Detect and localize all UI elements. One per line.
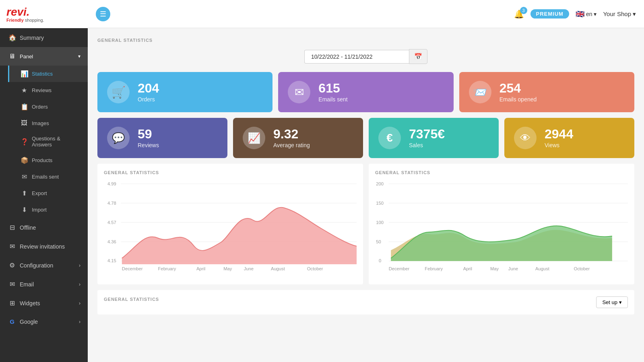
left-chart-card: GENERAL STATISTICS 4.99 4.78 4.57 4.36 4… (97, 164, 363, 284)
bottom-section: GENERAL STATISTICS Set up ▾ (97, 290, 634, 315)
notification-badge: 3 (520, 7, 527, 14)
sidebar-item-google[interactable]: G Google › (0, 313, 88, 331)
emails-sent-value: 615 (318, 82, 347, 95)
sidebar-item-orders[interactable]: 📋 Orders (8, 99, 88, 115)
svg-text:February: February (158, 267, 177, 271)
language-selector[interactable]: 🇬🇧 en ▾ (576, 10, 597, 19)
svg-text:October: October (307, 267, 323, 271)
sidebar-item-offline[interactable]: ⊟ Offline (0, 218, 88, 237)
header: ☰ 🔔 3 PREMIUM 🇬🇧 en ▾ Your Shop ▾ (88, 0, 644, 28)
reviews-label: Reviews (138, 142, 159, 148)
sidebar-item-import[interactable]: ⬇ Import (8, 202, 88, 218)
flag-icon: 🇬🇧 (576, 10, 584, 19)
avg-rating-label: Average rating (273, 142, 310, 148)
date-input-wrap: 📅 (304, 49, 427, 64)
sidebar-item-summary[interactable]: 🏠 Summary (0, 28, 88, 47)
sidebar-item-products[interactable]: 📦 Products (8, 152, 88, 169)
stat-card-views: 👁 2944 Views (504, 118, 634, 158)
sidebar-item-configuration[interactable]: ⚙ Configuration › (0, 256, 88, 275)
svg-text:4.15: 4.15 (107, 259, 116, 263)
sidebar-item-images[interactable]: 🖼 Images (8, 115, 88, 131)
google-icon: G (8, 318, 16, 325)
shop-selector[interactable]: Your Shop ▾ (603, 10, 636, 18)
setup-button[interactable]: Set up ▾ (596, 296, 628, 308)
left-chart-svg: 4.99 4.78 4.57 4.36 4.15 (104, 180, 357, 276)
content-area: GENERAL STATISTICS 📅 🛒 204 Orders (88, 28, 644, 362)
stat-card-emails-opened: 📨 254 Emails opened (459, 72, 634, 112)
sidebar-item-review-invitations[interactable]: ✉ Review invitations (0, 237, 88, 256)
right-chart-card: GENERAL STATISTICS 200 150 100 50 0 (369, 164, 634, 284)
email-icon: ✉ (8, 280, 16, 288)
main-content: ☰ 🔔 3 PREMIUM 🇬🇧 en ▾ Your Shop ▾ GENERA… (88, 0, 644, 362)
shop-chevron-icon: ▾ (633, 10, 636, 18)
sidebar-item-email[interactable]: ✉ Email › (0, 275, 88, 294)
svg-text:August: August (535, 267, 549, 271)
sidebar-item-label: Reviews (32, 87, 52, 93)
sidebar-item-export[interactable]: ⬆ Export (8, 185, 88, 202)
chevron-down-icon: ▾ (78, 53, 80, 59)
sidebar-item-qa[interactable]: ❓ Questions & Answers (8, 131, 88, 152)
sidebar-item-label: Questions & Answers (32, 136, 80, 148)
bottom-section-title: GENERAL STATISTICS (104, 297, 159, 302)
emails-opened-label: Emails opened (500, 96, 537, 103)
euro-icon: € (386, 132, 393, 144)
date-range-input[interactable] (304, 50, 409, 64)
setup-button-label: Set up (602, 299, 617, 305)
avg-rating-value: 9.32 (273, 128, 310, 140)
svg-text:December: December (389, 267, 410, 271)
views-icon-circle: 👁 (514, 127, 537, 149)
statistics-icon: 📊 (21, 70, 28, 78)
brand-tagline: Friendly shopping. (6, 18, 44, 23)
svg-text:June: June (244, 267, 254, 271)
reviews-value: 59 (138, 128, 159, 140)
sidebar-item-panel[interactable]: 🖥 Panel ▾ (0, 47, 88, 66)
language-label: en (586, 11, 592, 17)
orders-label: Orders (138, 96, 159, 103)
logo: revi. Friendly shopping. (0, 0, 88, 28)
svg-text:100: 100 (376, 220, 384, 225)
svg-text:April: April (463, 267, 472, 271)
header-right: 🔔 3 PREMIUM 🇬🇧 en ▾ Your Shop ▾ (514, 9, 636, 19)
chevron-right-icon: › (79, 319, 80, 325)
stat-info: 204 Orders (138, 82, 159, 103)
sales-icon-circle: € (378, 127, 401, 149)
svg-text:0: 0 (379, 259, 381, 263)
menu-button[interactable]: ☰ (96, 7, 110, 21)
import-icon: ⬇ (21, 206, 28, 214)
offline-icon: ⊟ (8, 224, 16, 231)
left-chart-title: GENERAL STATISTICS (104, 170, 357, 175)
sidebar-item-reviews[interactable]: ★ Reviews (8, 82, 88, 99)
chevron-right-icon: › (79, 263, 80, 268)
orders-icon-circle: 🛒 (107, 81, 130, 103)
products-icon: 📦 (21, 156, 28, 164)
export-icon: ⬆ (21, 189, 28, 197)
sidebar-item-label: Emails sent (32, 174, 59, 180)
stat-info: 615 Emails sent (318, 82, 347, 103)
views-value: 2944 (545, 128, 573, 140)
svg-text:May: May (490, 267, 499, 271)
chat-icon: 💬 (112, 132, 125, 144)
stat-card-emails-sent: ✉ 615 Emails sent (278, 72, 453, 112)
svg-text:4.36: 4.36 (107, 240, 116, 244)
svg-text:December: December (122, 267, 143, 271)
calendar-button[interactable]: 📅 (409, 49, 427, 64)
setup-chevron-icon: ▾ (619, 299, 622, 305)
configuration-icon: ⚙ (8, 261, 16, 269)
right-chart-wrap: 200 150 100 50 0 (375, 180, 628, 276)
sidebar-item-widgets[interactable]: ⊞ Widgets › (0, 294, 88, 313)
chevron-right-icon: › (79, 282, 80, 287)
open-envelope-icon: 📨 (473, 86, 487, 99)
general-statistics-title: GENERAL STATISTICS (97, 38, 634, 43)
stat-info: 2944 Views (545, 128, 573, 148)
svg-text:4.99: 4.99 (107, 182, 116, 186)
svg-text:150: 150 (376, 201, 384, 206)
emails-opened-icon-circle: 📨 (469, 81, 491, 103)
home-icon: 🏠 (8, 34, 16, 41)
sidebar-item-emails-sent[interactable]: ✉ Emails sent (8, 169, 88, 185)
sidebar-item-label: Summary (20, 35, 44, 41)
svg-text:April: April (196, 267, 205, 271)
svg-text:February: February (425, 267, 443, 271)
sidebar-item-statistics[interactable]: 📊 Statistics (8, 66, 88, 82)
notification-button[interactable]: 🔔 3 (514, 9, 524, 19)
sidebar-item-label: Products (32, 157, 52, 163)
